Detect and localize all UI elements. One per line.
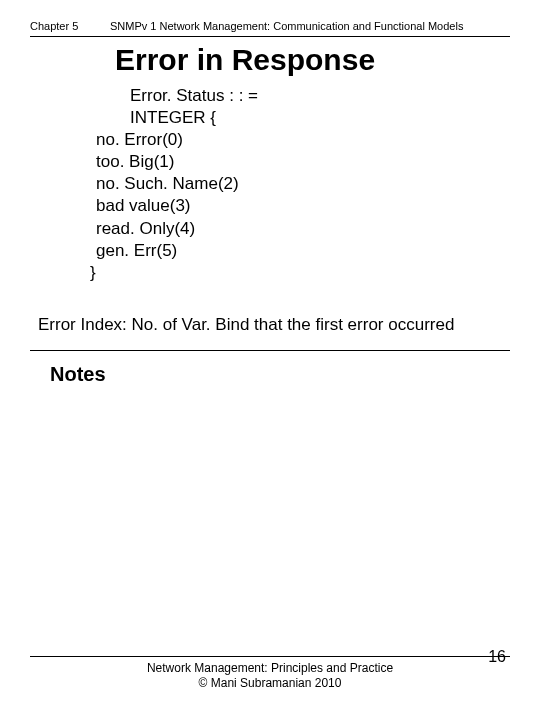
footer-line1: Network Management: Principles and Pract… <box>147 661 393 675</box>
asn-item: no. Error(0) <box>96 129 510 151</box>
asn-close-brace: } <box>90 262 510 284</box>
asn-line-integer: INTEGER { <box>130 107 510 129</box>
footer-content: Network Management: Principles and Pract… <box>30 661 510 692</box>
asn-item: gen. Err(5) <box>96 240 510 262</box>
slide-header: Chapter 5 SNMPv 1 Network Management: Co… <box>30 20 510 37</box>
error-index-text: Error Index: No. of Var. Bind that the f… <box>38 314 510 336</box>
footer-text: Network Management: Principles and Pract… <box>145 661 395 692</box>
page-number: 16 <box>488 647 506 668</box>
slide-footer: Network Management: Principles and Pract… <box>30 656 510 692</box>
notes-heading: Notes <box>50 363 510 386</box>
asn-item: bad value(3) <box>96 195 510 217</box>
asn-item: no. Such. Name(2) <box>96 173 510 195</box>
chapter-label: Chapter 5 <box>30 20 110 32</box>
footer-divider <box>30 656 510 657</box>
asn-line-status: Error. Status : : = <box>130 85 510 107</box>
slide-page: Chapter 5 SNMPv 1 Network Management: Co… <box>0 0 540 720</box>
divider <box>30 350 510 351</box>
footer-line2: © Mani Subramanian 2010 <box>199 676 342 690</box>
asn-item: read. Only(4) <box>96 218 510 240</box>
asn-item: too. Big(1) <box>96 151 510 173</box>
asn-definition: Error. Status : : = INTEGER { no. Error(… <box>90 85 510 284</box>
slide-title: Error in Response <box>115 43 510 77</box>
chapter-title: SNMPv 1 Network Management: Communicatio… <box>110 20 510 32</box>
